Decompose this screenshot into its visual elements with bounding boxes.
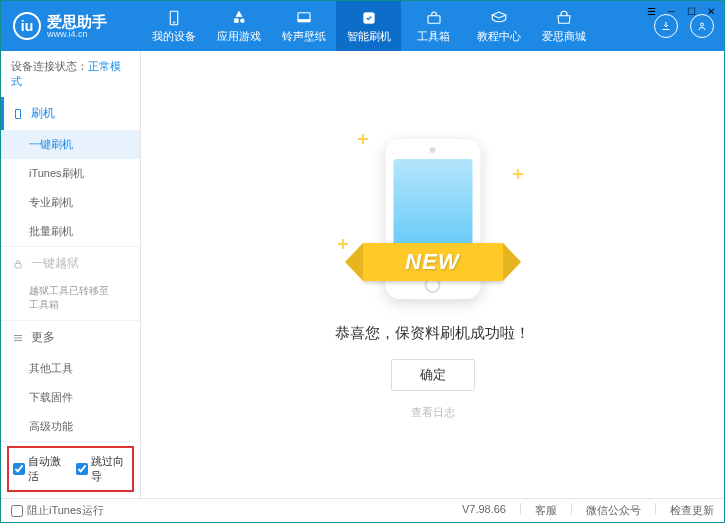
nav-toolbox[interactable]: 工具箱: [401, 1, 466, 51]
svg-rect-5: [428, 15, 440, 23]
nav-my-device[interactable]: 我的设备: [141, 1, 206, 51]
sidebar-item-download-firmware[interactable]: 下载固件: [1, 383, 140, 412]
svg-rect-8: [15, 263, 21, 268]
nav-ringtones[interactable]: 铃声壁纸: [271, 1, 336, 51]
app-site: www.i4.cn: [47, 29, 107, 39]
success-illustration: NEW: [333, 129, 533, 309]
sidebar-jailbreak-note: 越狱工具已转移至工具箱: [1, 280, 140, 320]
device-info[interactable]: iPhone 12 mini 64GB Down-12mini-13,1: [1, 496, 140, 498]
body: 设备连接状态：正常模式 刷机 一键刷机 iTunes刷机 专业刷机 批量刷机 一…: [1, 51, 724, 498]
svg-rect-3: [298, 19, 310, 21]
flash-icon: [360, 9, 378, 27]
sidebar-item-batch-flash[interactable]: 批量刷机: [1, 217, 140, 246]
new-ribbon: NEW: [343, 243, 523, 281]
apps-icon: [230, 9, 248, 27]
phone-icon: [11, 107, 25, 121]
lock-icon: [11, 257, 25, 271]
sidebar: 设备连接状态：正常模式 刷机 一键刷机 iTunes刷机 专业刷机 批量刷机 一…: [1, 51, 141, 498]
main-content: NEW 恭喜您，保资料刷机成功啦！ 确定 查看日志: [141, 51, 724, 498]
minimize-icon[interactable]: ─: [664, 4, 678, 18]
logo-icon: iu: [13, 12, 41, 40]
sidebar-jailbreak-header: 一键越狱: [1, 247, 140, 280]
app-window: ☰ ─ ☐ ✕ iu 爱思助手 www.i4.cn 我的设备 应用游戏 铃声壁纸: [0, 0, 725, 523]
wallpaper-icon: [295, 9, 313, 27]
maximize-icon[interactable]: ☐: [684, 4, 698, 18]
close-icon[interactable]: ✕: [704, 4, 718, 18]
tutorial-icon: [490, 9, 508, 27]
sparkle-icon: [513, 169, 523, 179]
statusbar: 阻止iTunes运行 V7.98.66 客服 微信公众号 检查更新: [1, 498, 724, 522]
nav-tutorials[interactable]: 教程中心: [466, 1, 531, 51]
list-icon: [11, 331, 25, 345]
checkbox-auto-activate[interactable]: 自动激活: [13, 454, 66, 484]
checkbox-skip-guide[interactable]: 跳过向导: [76, 454, 129, 484]
phone-icon: [165, 9, 183, 27]
checkbox-block-itunes[interactable]: 阻止iTunes运行: [11, 503, 104, 518]
toolbox-icon: [425, 9, 443, 27]
nav-smart-flash[interactable]: 智能刷机: [336, 1, 401, 51]
menu-icon[interactable]: ☰: [644, 4, 658, 18]
success-message: 恭喜您，保资料刷机成功啦！: [335, 324, 530, 343]
titlebar: iu 爱思助手 www.i4.cn 我的设备 应用游戏 铃声壁纸 智能刷机: [1, 1, 724, 51]
main-nav: 我的设备 应用游戏 铃声壁纸 智能刷机 工具箱 教程中心: [141, 1, 644, 51]
wechat-link[interactable]: 微信公众号: [586, 503, 641, 518]
nav-store[interactable]: 爱思商城: [531, 1, 596, 51]
nav-apps-games[interactable]: 应用游戏: [206, 1, 271, 51]
app-name: 爱思助手: [47, 14, 107, 29]
svg-point-1: [173, 21, 175, 23]
sidebar-item-oneclick-flash[interactable]: 一键刷机: [1, 130, 140, 159]
sidebar-more-header[interactable]: 更多: [1, 321, 140, 354]
store-icon: [555, 9, 573, 27]
connection-status: 设备连接状态：正常模式: [1, 51, 140, 97]
service-link[interactable]: 客服: [535, 503, 557, 518]
logo: iu 爱思助手 www.i4.cn: [1, 12, 141, 40]
svg-rect-7: [16, 109, 21, 118]
view-log-link[interactable]: 查看日志: [411, 405, 455, 420]
version-label: V7.98.66: [462, 503, 506, 518]
options-highlight-box: 自动激活 跳过向导: [7, 446, 134, 492]
sidebar-flash-header[interactable]: 刷机: [1, 97, 140, 130]
sidebar-item-other-tools[interactable]: 其他工具: [1, 354, 140, 383]
sparkle-icon: [358, 134, 368, 144]
window-controls-top: ☰ ─ ☐ ✕: [644, 4, 718, 18]
svg-point-6: [701, 23, 704, 26]
check-update-link[interactable]: 检查更新: [670, 503, 714, 518]
sidebar-item-advanced[interactable]: 高级功能: [1, 412, 140, 441]
sidebar-item-pro-flash[interactable]: 专业刷机: [1, 188, 140, 217]
ok-button[interactable]: 确定: [391, 359, 475, 391]
sidebar-item-itunes-flash[interactable]: iTunes刷机: [1, 159, 140, 188]
